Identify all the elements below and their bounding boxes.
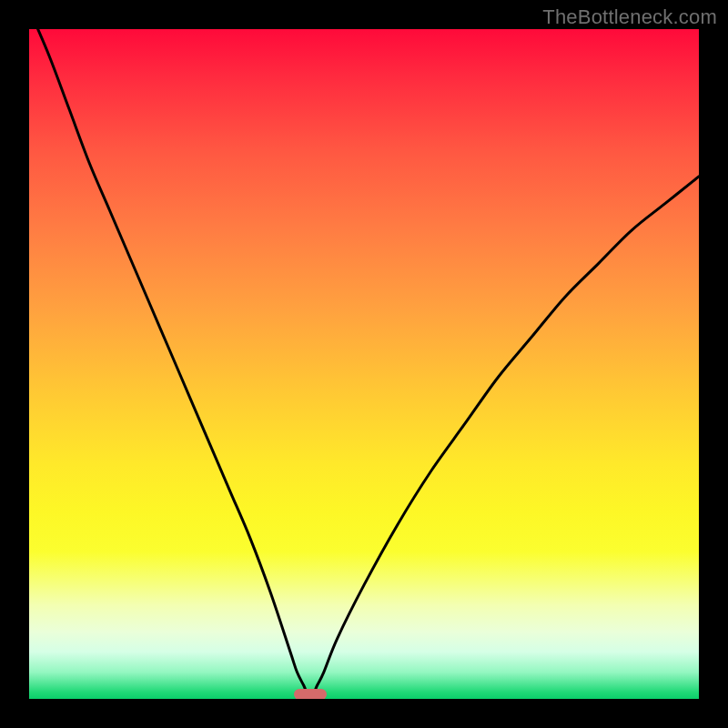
bottleneck-curve xyxy=(29,29,699,699)
optimum-marker xyxy=(294,689,327,699)
plot-area xyxy=(29,29,699,699)
chart-frame: TheBottleneck.com xyxy=(0,0,728,728)
watermark-text: TheBottleneck.com xyxy=(542,5,717,29)
